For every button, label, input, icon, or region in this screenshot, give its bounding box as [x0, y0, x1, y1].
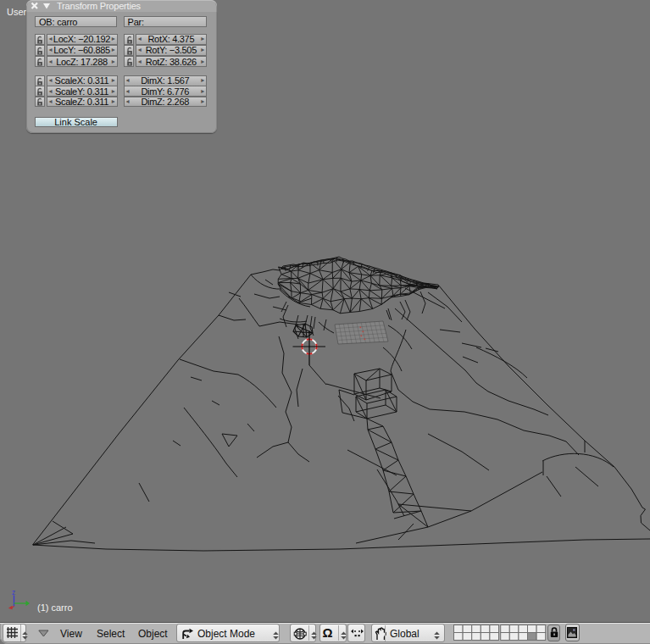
- svg-text:z: z: [12, 588, 15, 597]
